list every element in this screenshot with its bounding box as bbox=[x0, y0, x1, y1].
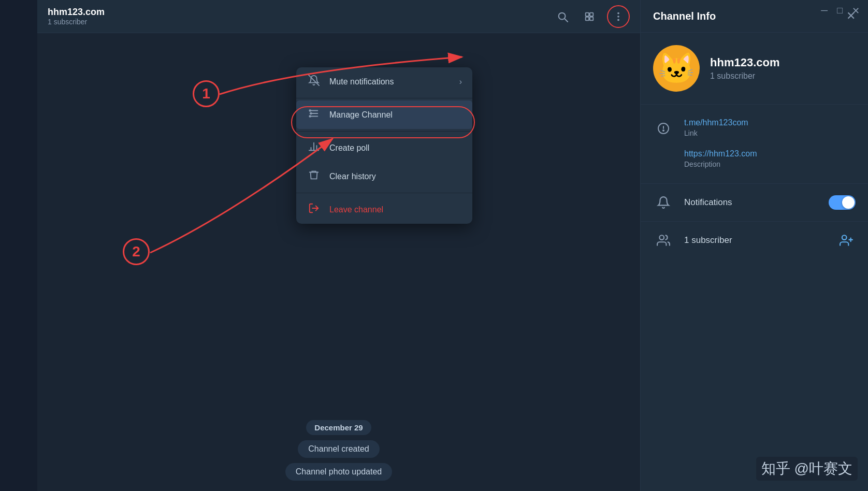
svg-point-6 bbox=[617, 12, 619, 14]
leave-channel-label: Leave channel bbox=[329, 205, 462, 214]
more-options-button[interactable] bbox=[607, 5, 630, 28]
svg-point-0 bbox=[559, 12, 566, 19]
chat-header-left: hhm123.com 1 subscriber bbox=[48, 7, 105, 26]
pin-icon[interactable] bbox=[580, 7, 599, 26]
subscribers-count-label: 1 subscriber bbox=[684, 235, 827, 245]
panel-title: Channel Info bbox=[653, 10, 716, 22]
subscribers-row: 1 subscriber bbox=[641, 222, 868, 259]
app-container: ─ □ ✕ hhm123.com 1 subscriber bbox=[0, 0, 868, 491]
chat-subtitle: 1 subscriber bbox=[48, 18, 105, 26]
mute-notifications-label: Mute notifications bbox=[329, 77, 451, 86]
svg-point-27 bbox=[659, 235, 664, 240]
poll-icon bbox=[307, 141, 321, 155]
manage-channel-item[interactable]: Manage Channel bbox=[296, 100, 472, 129]
dropdown-separator-3 bbox=[296, 193, 472, 193]
sidebar bbox=[0, 0, 37, 491]
clear-icon bbox=[307, 169, 321, 183]
toggle-knob bbox=[842, 196, 855, 209]
dropdown-separator-2 bbox=[296, 131, 472, 132]
description-icon-placeholder bbox=[653, 149, 674, 170]
channel-description-link[interactable]: https://hhm123.com bbox=[684, 149, 757, 158]
chat-area: hhm123.com 1 subscriber bbox=[37, 0, 640, 491]
channel-info-text: hhm123.com 1 subscriber bbox=[710, 56, 780, 81]
link-label: Link bbox=[684, 129, 748, 137]
minimize-button[interactable]: ─ bbox=[821, 5, 828, 17]
link-row: t.me/hhm123com Link bbox=[653, 113, 856, 144]
chat-header-actions bbox=[553, 5, 630, 28]
svg-point-14 bbox=[309, 110, 311, 111]
maximize-button[interactable]: □ bbox=[837, 5, 843, 17]
link-content: t.me/hhm123com Link bbox=[684, 118, 748, 137]
svg-rect-3 bbox=[590, 12, 593, 16]
create-poll-item[interactable]: Create poll bbox=[296, 134, 472, 162]
svg-point-8 bbox=[617, 19, 619, 21]
svg-rect-2 bbox=[586, 12, 589, 16]
clear-history-item[interactable]: Clear history bbox=[296, 162, 472, 191]
svg-rect-5 bbox=[590, 17, 593, 20]
chat-title: hhm123.com bbox=[48, 7, 105, 18]
leave-icon bbox=[307, 203, 321, 216]
channel-info-panel: Channel Info ✕ 🐱 hhm123.com 1 subscriber bbox=[640, 0, 868, 491]
create-poll-label: Create poll bbox=[329, 143, 462, 153]
svg-point-26 bbox=[663, 130, 664, 131]
annotation-circle-1: 1 bbox=[193, 80, 220, 107]
mute-icon bbox=[307, 75, 321, 89]
watermark: 知乎 @叶赛文 bbox=[756, 457, 858, 481]
window-controls: ─ □ ✕ bbox=[821, 5, 860, 17]
description-label: Description bbox=[684, 160, 757, 168]
manage-channel-label: Manage Channel bbox=[329, 110, 462, 120]
date-badge: December 29 bbox=[306, 420, 371, 435]
info-section: t.me/hhm123com Link https://hhm123.com D… bbox=[641, 105, 868, 184]
mute-notifications-item[interactable]: Mute notifications › bbox=[296, 67, 472, 96]
channel-info-name: hhm123.com bbox=[710, 56, 780, 69]
svg-line-9 bbox=[309, 75, 319, 85]
svg-point-28 bbox=[842, 235, 847, 240]
clear-history-label: Clear history bbox=[329, 172, 462, 181]
channel-info-subs: 1 subscriber bbox=[710, 71, 780, 81]
svg-line-1 bbox=[565, 19, 568, 22]
svg-point-15 bbox=[310, 113, 312, 114]
search-icon[interactable] bbox=[553, 7, 572, 26]
channel-link[interactable]: t.me/hhm123com bbox=[684, 118, 748, 127]
dropdown-menu: Mute notifications › Manage Chan bbox=[296, 67, 472, 224]
channel-avatar: 🐱 bbox=[653, 45, 700, 92]
manage-icon bbox=[307, 108, 321, 122]
notifications-label: Notifications bbox=[684, 197, 818, 208]
leave-channel-item[interactable]: Leave channel bbox=[296, 195, 472, 224]
svg-rect-4 bbox=[586, 17, 589, 20]
chat-header: hhm123.com 1 subscriber bbox=[37, 0, 640, 33]
chevron-right-icon: › bbox=[459, 77, 462, 86]
close-button[interactable]: ✕ bbox=[852, 5, 860, 17]
add-subscriber-button[interactable] bbox=[837, 231, 856, 250]
annotation-circle-2: 2 bbox=[123, 238, 150, 265]
notifications-toggle[interactable] bbox=[829, 195, 856, 210]
info-icon bbox=[653, 118, 674, 139]
dropdown-separator-1 bbox=[296, 98, 472, 98]
photo-updated-message: Channel photo updated bbox=[285, 463, 392, 481]
notifications-row: Notifications bbox=[641, 184, 868, 222]
channel-profile: 🐱 hhm123.com 1 subscriber bbox=[641, 33, 868, 105]
svg-point-7 bbox=[617, 16, 619, 18]
avatar-emoji: 🐱 bbox=[658, 51, 695, 86]
svg-point-16 bbox=[309, 115, 311, 117]
bell-icon bbox=[653, 192, 674, 213]
description-content: https://hhm123.com Description bbox=[684, 149, 757, 168]
channel-created-message: Channel created bbox=[298, 440, 379, 458]
description-row: https://hhm123.com Description bbox=[653, 144, 856, 175]
subscribers-icon bbox=[653, 230, 674, 251]
